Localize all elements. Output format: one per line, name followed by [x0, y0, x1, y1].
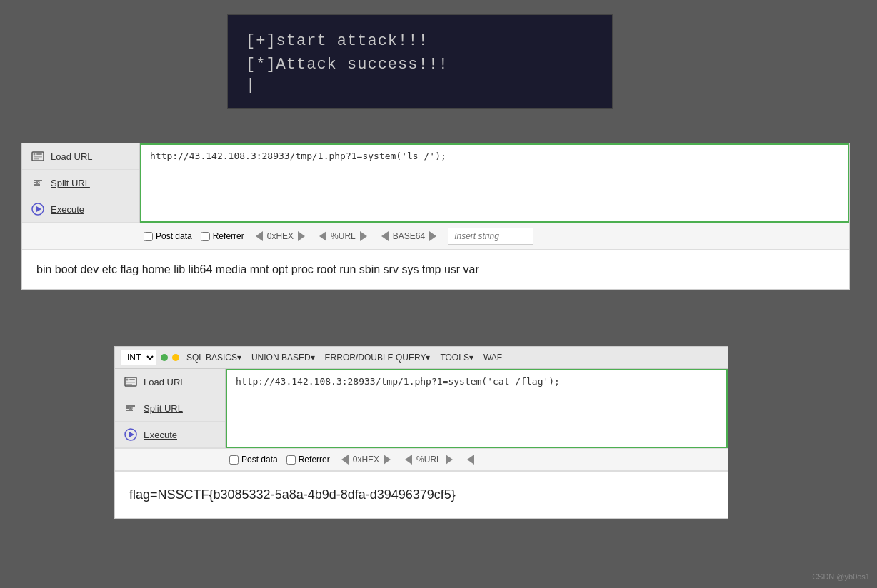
execute-icon-2 [124, 427, 138, 442]
split-url-button-1[interactable]: Split URL [22, 170, 139, 196]
watermark: CSDN @yb0os1 [812, 572, 870, 581]
svg-marker-21 [129, 432, 134, 437]
url-arrow-right-2 [446, 455, 453, 465]
url-arrow-left-1 [319, 231, 326, 241]
waf-menu[interactable]: WAF [481, 351, 505, 364]
split-url-label-1: Split URL [51, 178, 90, 188]
svg-rect-2 [36, 153, 42, 155]
hex-encode-btn-2[interactable]: 0xHEX [339, 453, 394, 466]
execute-button-2[interactable]: Execute [115, 422, 225, 448]
hackbar-actions-1: Load URL Split URL [22, 143, 140, 223]
base64-arrow-left-1 [381, 231, 389, 241]
hex-arrow-right-2 [384, 455, 391, 465]
hackbar-main-row-2: Load URL Split URL [115, 369, 728, 449]
insert-string-input-1[interactable] [448, 228, 533, 245]
svg-rect-14 [126, 382, 135, 383]
base64-arrow-right-1 [429, 231, 436, 241]
referrer-checkbox-1[interactable]: Referrer [201, 231, 244, 241]
hackbar-url-area-1: http://43.142.108.3:28933/tmp/1.php?1=sy… [140, 143, 849, 223]
union-based-menu[interactable]: UNION BASED▾ [249, 351, 318, 364]
hackbar-result-1: bin boot dev etc flag home lib lib64 med… [22, 250, 849, 289]
load-url-icon-2 [124, 375, 138, 389]
url-encode-btn-2[interactable]: %URL [402, 453, 456, 466]
split-url-icon-2 [124, 401, 138, 415]
load-url-button-1[interactable]: Load URL [22, 143, 139, 170]
url-encode-btn-1[interactable]: %URL [316, 230, 370, 243]
svg-rect-13 [129, 379, 135, 380]
sql-basics-menu[interactable]: SQL BASICS▾ [184, 351, 244, 364]
terminal-cursor: | [246, 76, 594, 94]
hackbar-main-row: Load URL Split URL [22, 143, 849, 223]
svg-marker-10 [36, 206, 41, 212]
hex-encode-btn-1[interactable]: 0xHEX [253, 230, 308, 243]
execute-label-1: Execute [51, 204, 84, 215]
hackbar-menubar-2: INT SQL BASICS▾ UNION BASED▾ ERROR/DOUBL… [115, 347, 728, 369]
svg-point-1 [34, 153, 36, 156]
dot-yellow-icon [172, 354, 179, 361]
post-data-check-1[interactable] [144, 232, 153, 241]
terminal-line-2: [*]Attack success!!! [246, 53, 594, 76]
url-arrow-right-1 [360, 231, 367, 241]
load-url-label-2: Load URL [144, 377, 186, 387]
watermark-text: CSDN @yb0os1 [812, 572, 870, 581]
hackbar-result-2: flag=NSSCTF{b3085332-5a8a-4b9d-8dfa-d394… [115, 471, 728, 518]
hackbar-url-area-2: http://43.142.108.3:28933/tmp/1.php?1=sy… [226, 369, 728, 448]
more-encode-btn-2[interactable] [464, 453, 477, 466]
hackbar-panel-2: INT SQL BASICS▾ UNION BASED▾ ERROR/DOUBL… [114, 346, 728, 519]
post-data-check-2[interactable] [229, 455, 239, 465]
base64-encode-btn-1[interactable]: BASE64 [379, 230, 439, 243]
tools-menu[interactable]: TOOLS▾ [437, 351, 476, 364]
dot-green-icon [161, 354, 168, 361]
url-input-2[interactable]: http://43.142.108.3:28933/tmp/1.php?1=sy… [226, 369, 728, 448]
hackbar-toolbar-1: Post data Referrer 0xHEX %URL BASE64 [22, 223, 849, 250]
hackbar-toolbar-2: Post data Referrer 0xHEX %URL [115, 449, 728, 471]
hex-arrow-left-1 [256, 231, 263, 241]
split-url-icon [31, 176, 45, 190]
result-text-2: flag=NSSCTF{b3085332-5a8a-4b9d-8dfa-d394… [129, 487, 456, 502]
split-url-button-2[interactable]: Split URL [115, 395, 225, 422]
url-input-1[interactable]: http://43.142.108.3:28933/tmp/1.php?1=sy… [140, 143, 849, 223]
execute-icon [31, 202, 45, 216]
url-arrow-left-2 [405, 455, 412, 465]
hex-arrow-left-2 [341, 455, 349, 465]
type-select-2[interactable]: INT [121, 350, 156, 365]
svg-point-12 [126, 379, 129, 381]
referrer-check-2[interactable] [286, 455, 296, 465]
hackbar-panel-1: Load URL Split URL [21, 143, 850, 290]
load-url-button-2[interactable]: Load URL [115, 369, 225, 395]
referrer-check-1[interactable] [201, 232, 210, 241]
svg-rect-15 [126, 384, 132, 385]
result-text-1: bin boot dev etc flag home lib lib64 med… [36, 263, 479, 275]
post-data-checkbox-2[interactable]: Post data [229, 455, 278, 465]
execute-button-1[interactable]: Execute [22, 196, 139, 223]
hackbar-actions-2: Load URL Split URL [115, 369, 226, 448]
post-data-checkbox-1[interactable]: Post data [144, 231, 192, 241]
svg-rect-4 [34, 158, 39, 160]
load-url-label-1: Load URL [51, 151, 93, 162]
hex-arrow-right-1 [298, 231, 305, 241]
more-arrow-left-2 [467, 455, 474, 465]
terminal-block: [+]start attack!!! [*]Attack success!!! … [227, 14, 613, 109]
split-url-label-2: Split URL [144, 403, 183, 414]
svg-rect-3 [34, 156, 42, 158]
referrer-checkbox-2[interactable]: Referrer [286, 455, 330, 465]
error-double-query-menu[interactable]: ERROR/DOUBLE QUERY▾ [322, 351, 434, 364]
execute-label-2: Execute [144, 430, 177, 440]
load-url-icon [31, 149, 45, 163]
terminal-line-1: [+]start attack!!! [246, 29, 594, 53]
